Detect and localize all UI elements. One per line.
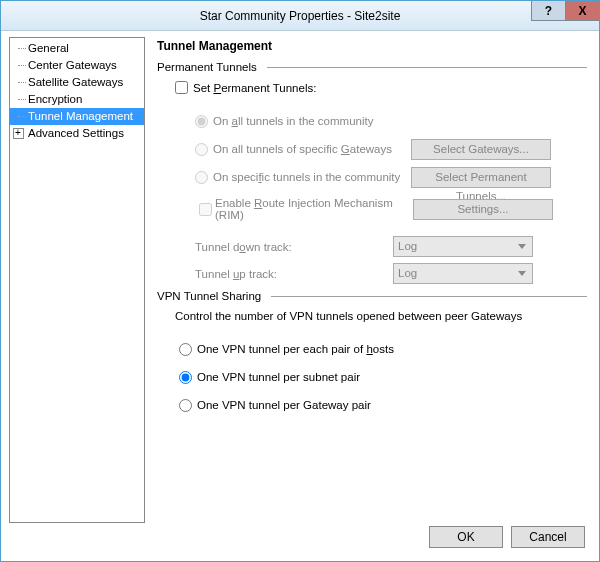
radio-specific-gw-label: On all tunnels of specific Gateways	[213, 143, 411, 155]
tunnel-down-select[interactable]: Log	[393, 236, 533, 257]
sharing-intro: Control the number of VPN tunnels opened…	[175, 310, 587, 322]
tree-item-satellite-gateways[interactable]: Satellite Gateways	[10, 74, 144, 91]
divider	[267, 67, 587, 68]
title-bar: Star Community Properties - Site2site ? …	[1, 1, 599, 31]
close-button[interactable]: X	[565, 1, 599, 21]
select-gateways-button[interactable]: Select Gateways...	[411, 139, 551, 160]
tunnel-down-row: Tunnel down track: Log	[175, 236, 587, 257]
tunnel-up-label: Tunnel up track:	[195, 268, 393, 280]
radio-per-gateway[interactable]	[179, 399, 192, 412]
radio-specific-tun-label: On specific tunnels in the community	[213, 171, 411, 183]
tunnel-up-row: Tunnel up track: Log	[175, 263, 587, 284]
window-controls: ? X	[531, 1, 599, 21]
dialog-footer: OK Cancel	[1, 523, 599, 556]
radio-row-subnet: One VPN tunnel per subnet pair	[179, 366, 587, 388]
rim-label: Enable Route Injection Mechanism (RIM)	[215, 197, 413, 221]
radio-specific-tunnels[interactable]	[195, 171, 208, 184]
radio-per-subnet[interactable]	[179, 371, 192, 384]
ok-button[interactable]: OK	[429, 526, 503, 548]
tree-item-advanced-settings[interactable]: Advanced Settings	[10, 125, 144, 142]
rim-row: Enable Route Injection Mechanism (RIM) S…	[195, 198, 587, 220]
radio-all-tunnels[interactable]	[195, 115, 208, 128]
radio-row-hosts: One VPN tunnel per each pair of hosts	[179, 338, 587, 360]
tree-item-general[interactable]: General	[10, 40, 144, 57]
set-permanent-checkbox[interactable]	[175, 81, 188, 94]
set-permanent-label: Set Permanent Tunnels:	[193, 82, 316, 94]
tree-item-encryption[interactable]: Encryption	[10, 91, 144, 108]
vpn-sharing-form: Control the number of VPN tunnels opened…	[157, 310, 587, 426]
divider	[271, 296, 587, 297]
content-area: General Center Gateways Satellite Gatewa…	[1, 31, 599, 523]
section-label-sharing: VPN Tunnel Sharing	[157, 290, 261, 302]
set-permanent-checkbox-row: Set Permanent Tunnels:	[175, 81, 587, 94]
main-panel: Tunnel Management Permanent Tunnels Set …	[153, 37, 591, 523]
section-label: Permanent Tunnels	[157, 61, 257, 73]
permanent-tunnels-form: Set Permanent Tunnels: On all tunnels in…	[157, 81, 587, 284]
sharing-radio-group: One VPN tunnel per each pair of hosts On…	[175, 328, 587, 426]
radio-row-gateway: One VPN tunnel per Gateway pair	[179, 394, 587, 416]
permanent-tunnels-section: Permanent Tunnels	[157, 61, 587, 73]
radio-all-label: On all tunnels in the community	[213, 115, 411, 127]
window-title: Star Community Properties - Site2site	[1, 9, 599, 23]
permanent-radio-group: On all tunnels in the community On all t…	[175, 100, 587, 230]
rim-checkbox[interactable]	[199, 203, 212, 216]
radio-per-gateway-label: One VPN tunnel per Gateway pair	[197, 399, 371, 411]
tree-item-center-gateways[interactable]: Center Gateways	[10, 57, 144, 74]
help-button[interactable]: ?	[531, 1, 565, 21]
tunnel-down-label: Tunnel down track:	[195, 241, 393, 253]
radio-per-hosts-label: One VPN tunnel per each pair of hosts	[197, 343, 394, 355]
select-permanent-tunnels-button[interactable]: Select Permanent Tunnels...	[411, 167, 551, 188]
cancel-button[interactable]: Cancel	[511, 526, 585, 548]
radio-row-all: On all tunnels in the community	[195, 110, 587, 132]
tunnel-up-select[interactable]: Log	[393, 263, 533, 284]
radio-per-subnet-label: One VPN tunnel per subnet pair	[197, 371, 360, 383]
rim-settings-button[interactable]: Settings...	[413, 199, 553, 220]
radio-row-specific-gw: On all tunnels of specific Gateways Sele…	[195, 138, 587, 160]
radio-specific-gateways[interactable]	[195, 143, 208, 156]
category-tree[interactable]: General Center Gateways Satellite Gatewa…	[9, 37, 145, 523]
page-title: Tunnel Management	[157, 39, 587, 53]
radio-row-specific-tun: On specific tunnels in the community Sel…	[195, 166, 587, 188]
radio-per-hosts[interactable]	[179, 343, 192, 356]
vpn-sharing-section: VPN Tunnel Sharing	[157, 290, 587, 302]
tree-item-tunnel-management[interactable]: Tunnel Management	[10, 108, 144, 125]
